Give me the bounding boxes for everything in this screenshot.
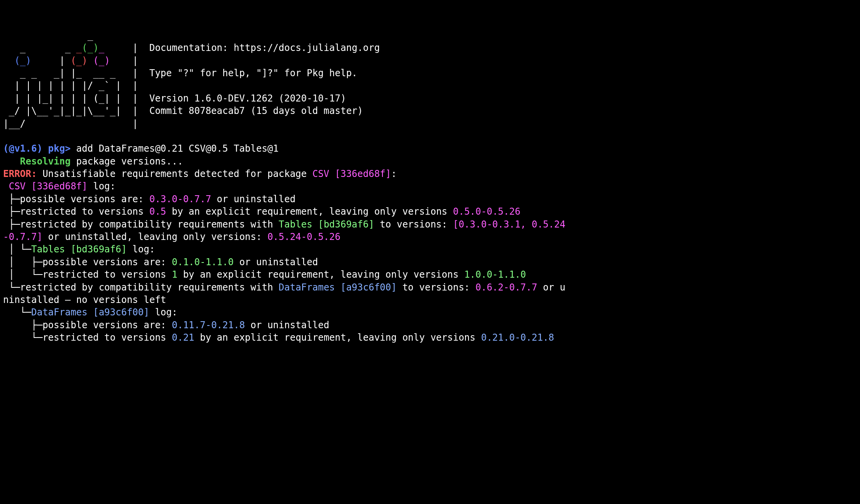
log-text: or uninstalled [211,194,296,205]
pkg-command: add DataFrames@0.21 CSV@0.5 Tables@1 [70,143,279,154]
log-text: possible versions are: [42,320,172,331]
banner-line: | [110,55,138,66]
log-text: log: [127,244,155,255]
banner-line: |__/ | [3,118,138,129]
tree-branch: ├─ [3,219,20,230]
tree-branch: ├─ [3,206,20,217]
resolving-text: package versions... [70,156,183,167]
csv-log-header: CSV [336ed68f] [9,181,87,192]
error-colon: : [391,168,397,179]
banner-line: | Documentation: https://docs.julialang.… [104,42,380,53]
version-range: 0.1.0-1.1.0 [172,257,234,268]
error-pkg-csv: CSV [336ed68f] [312,168,391,179]
log-text: or u [537,282,565,293]
banner-dot-green: (_) [82,42,98,53]
tree-branch: │ └─ [3,244,31,255]
banner-line: _ _ [3,42,76,53]
log-text: restricted by compatibility requirements… [20,219,279,230]
version-range: 0.21 [172,332,195,343]
tree-branch: └─ [3,282,20,293]
tree-branch: │ ├─ [3,257,42,268]
log-text: by an explicit requirement, leaving only… [177,269,464,280]
log-text: ninstalled — no versions left [3,294,166,305]
banner-line: _ _ _| |_ __ _ | Type "?" for help, "]?"… [3,68,357,79]
error-label: ERROR: [3,168,37,179]
log-text: by an explicit requirement, leaving only… [166,206,453,217]
log-text: restricted to versions [42,269,172,280]
tree-branch: │ └─ [3,269,42,280]
banner-line [3,55,14,66]
log-text: or uninstalled, leaving only versions: [42,231,267,242]
banner-line: | | | | | | |/ _` | | [3,80,138,91]
banner-line: _/ |\__'_|_|_|\__'_| | Commit 8078eacab7… [3,105,363,116]
log-text: log: [149,307,177,318]
pkg-dataframes: DataFrames [a93c6f00] [279,282,397,293]
version-range: 0.21.0-0.21.8 [481,332,554,343]
log-text: possible versions are: [20,194,149,205]
version-range: 0.5 [149,206,166,217]
log-text: to versions: [374,219,453,230]
banner-dot-red: (_) [70,55,87,66]
banner-dot-red: _ [76,42,82,53]
pkg-prompt: (@v1.6) pkg> [3,143,70,154]
tree-branch: └─ [3,307,31,318]
tree-branch: ├─ [3,194,20,205]
version-range: 0.11.7-0.21.8 [172,320,245,331]
log-text: or uninstalled [245,320,329,331]
version-range: 1 [172,269,177,280]
banner-line [88,55,93,66]
banner-dot-magenta: (_) [93,55,110,66]
log-text: restricted to versions [20,206,149,217]
log-text: restricted by compatibility requirements… [20,282,279,293]
log-text: by an explicit requirement, leaving only… [194,332,481,343]
banner-dot-magenta: _ [99,42,104,53]
banner-line: | | |_| | | | (_| | | Version 1.6.0-DEV.… [3,93,346,104]
version-range: [0.3.0-0.3.1, 0.5.24 [453,219,565,230]
tree-branch: └─ [3,332,42,343]
version-range: 0.6.2-0.7.7 [476,282,537,293]
log-text: or uninstalled [233,257,318,268]
indent [3,181,9,192]
tables-log-header: Tables [bd369af6] [31,244,127,255]
pkg-tables: Tables [bd369af6] [279,219,374,230]
version-range: 0.3.0-0.7.7 [149,194,211,205]
version-range: -0.7.7] [3,231,42,242]
version-range: 1.0.0-1.1.0 [464,269,526,280]
dataframes-log-header: DataFrames [a93c6f00] [31,307,149,318]
version-range: 0.5.0-0.5.26 [453,206,520,217]
resolving-label: Resolving [20,156,70,167]
error-text: Unsatisfiable requirements detected for … [37,168,312,179]
terminal[interactable]: _ _ _ _(_)_ | Documentation: https://doc… [3,29,857,344]
version-range: 0.5.24-0.5.26 [267,231,340,242]
log-text: to versions: [397,282,475,293]
banner-line: | [31,55,70,66]
resolving-pad [3,156,20,167]
tree-branch: ├─ [3,320,42,331]
banner-line: _ [3,30,93,41]
banner-dot-blue: (_) [14,55,31,66]
log-text: possible versions are: [42,257,172,268]
log-text: restricted to versions [42,332,172,343]
log-text: log: [88,181,116,192]
